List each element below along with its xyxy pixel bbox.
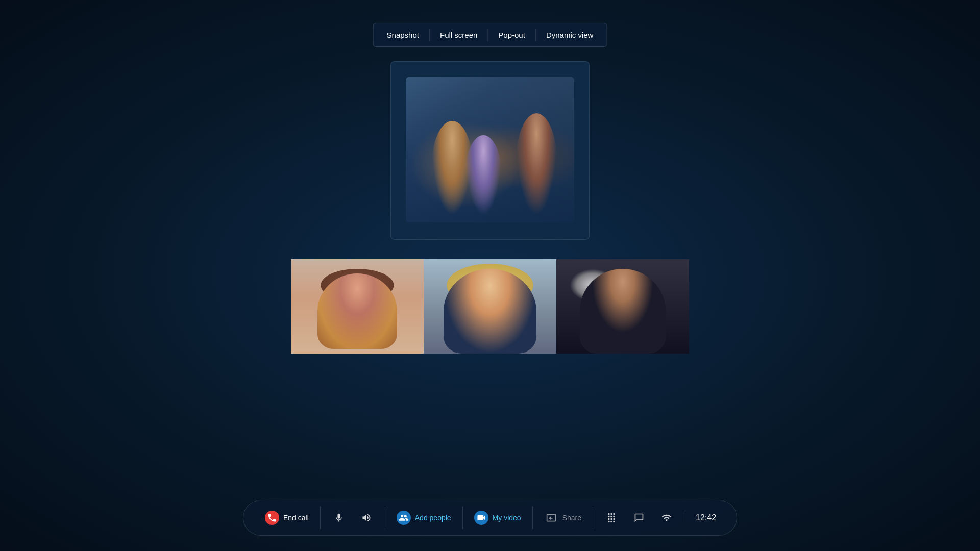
thumb1-bg: [291, 259, 424, 354]
toolbar-divider-3: [535, 29, 536, 41]
thumb1-photo: [291, 259, 424, 354]
family-photo: [406, 77, 574, 222]
signal-icon: [659, 511, 674, 525]
fullscreen-button[interactable]: Full screen: [431, 27, 486, 43]
thumbnails-row: [291, 259, 689, 354]
chat-icon: [632, 511, 646, 525]
chat-svg: [634, 513, 644, 523]
people-svg: [399, 513, 409, 523]
mic-svg: [334, 513, 344, 523]
figure-center: [465, 135, 502, 215]
thumbnail-1[interactable]: [291, 259, 424, 354]
add-people-group: Add people: [385, 507, 462, 529]
main-video-feed: [406, 77, 574, 222]
add-people-label: Add people: [415, 514, 451, 522]
signal-svg: [662, 513, 672, 523]
dialpad-icon: [604, 511, 619, 525]
snapshot-button[interactable]: Snapshot: [378, 27, 428, 43]
speaker-button[interactable]: [354, 507, 379, 529]
share-icon: [544, 511, 558, 525]
dialpad-button[interactable]: [599, 507, 624, 529]
microphone-icon: [332, 511, 346, 525]
thumb2-photo: [424, 259, 556, 354]
my-video-label: My video: [493, 514, 521, 522]
thumb1-overlay: [291, 259, 424, 354]
add-people-button[interactable]: Add people: [391, 507, 456, 529]
share-button[interactable]: Share: [539, 507, 586, 529]
thumb3-photo: [556, 259, 689, 354]
end-call-label: End call: [283, 514, 309, 522]
camera-icon: [474, 511, 488, 525]
dialpad-group: [593, 507, 685, 529]
end-call-icon: [265, 511, 279, 525]
speaker-svg: [361, 513, 372, 523]
speaker-icon: [359, 511, 374, 525]
popout-button[interactable]: Pop-out: [489, 27, 534, 43]
signal-button[interactable]: [654, 507, 679, 529]
share-svg: [546, 513, 556, 523]
share-group: Share: [532, 507, 593, 529]
thumbnail-3[interactable]: [556, 259, 689, 354]
end-call-group: End call: [254, 507, 320, 529]
mute-button[interactable]: [327, 507, 351, 529]
dialpad-svg: [606, 513, 617, 523]
thumb2-figure: [444, 269, 536, 354]
share-label: Share: [562, 514, 581, 522]
time-group: 12:42: [685, 513, 726, 522]
thumb2-bg: [424, 259, 556, 354]
add-people-icon: [397, 511, 411, 525]
figure-right: [516, 113, 558, 215]
end-call-button[interactable]: End call: [260, 507, 314, 529]
camera-svg: [476, 513, 486, 523]
my-video-button[interactable]: My video: [469, 507, 526, 529]
top-toolbar: Snapshot Full screen Pop-out Dynamic vie…: [373, 23, 607, 47]
toolbar-divider-1: [429, 29, 430, 41]
dynamicview-button[interactable]: Dynamic view: [537, 27, 603, 43]
call-time: 12:42: [692, 513, 720, 522]
toolbar-divider-2: [487, 29, 488, 41]
chat-button[interactable]: [627, 507, 651, 529]
phone-icon: [267, 513, 277, 523]
bottom-toolbar: End call Add pe: [243, 500, 737, 536]
main-video-container: [390, 61, 590, 240]
thumb3-bg: [556, 259, 689, 354]
mic-speaker-group: [320, 507, 385, 529]
thumb3-figure: [580, 269, 666, 354]
my-video-group: My video: [462, 507, 532, 529]
thumbnail-2[interactable]: [424, 259, 556, 354]
